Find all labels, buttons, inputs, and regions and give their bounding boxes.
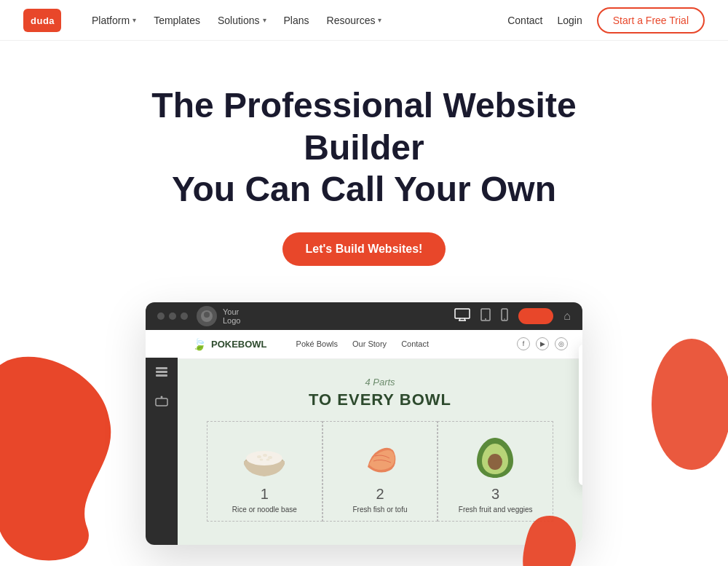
editor-left-sidebar xyxy=(146,358,178,545)
nav-resources[interactable]: Resources ▾ xyxy=(320,9,389,32)
window-maximize-dot xyxy=(181,313,188,320)
hero-heading: The Professional Website Builder You Can… xyxy=(109,84,619,211)
svg-rect-4 xyxy=(455,309,470,318)
window-minimize-dot xyxy=(169,313,176,320)
chevron-down-icon: ▾ xyxy=(378,16,381,24)
nav-templates[interactable]: Templates xyxy=(146,9,207,32)
site-card-1: 1 Rice or noodle base xyxy=(207,421,323,522)
nav-login-link[interactable]: Login xyxy=(557,15,582,26)
svg-point-24 xyxy=(488,454,502,470)
svg-point-3 xyxy=(204,312,210,318)
browser-window-controls xyxy=(157,313,188,320)
svg-point-20 xyxy=(263,454,267,457)
nav-plans[interactable]: Plans xyxy=(277,9,317,32)
decorative-blob-bottom xyxy=(517,508,582,566)
svg-rect-14 xyxy=(156,374,167,377)
home-icon[interactable]: ⌂ xyxy=(563,310,571,323)
layers-icon[interactable] xyxy=(155,366,168,381)
fish-image xyxy=(351,429,409,480)
svg-point-16 xyxy=(161,396,163,398)
site-logo-icon: 🍃 xyxy=(192,337,207,351)
site-navigation: 🍃 POKEBOWL Poké Bowls Our Story Contact … xyxy=(178,330,582,359)
desktop-view-icon[interactable] xyxy=(454,308,470,324)
publish-button[interactable] xyxy=(518,308,553,324)
chevron-down-icon: ▾ xyxy=(132,16,136,24)
site-cards-grid: 1 Rice or noodle base xyxy=(192,421,568,533)
svg-rect-13 xyxy=(156,371,167,373)
card-1-number: 1 xyxy=(215,486,314,503)
site-nav-links: Poké Bowls Our Story Contact xyxy=(296,339,517,348)
site-hero-title: TO EVERY BOWL xyxy=(192,390,568,409)
site-card-2: 2 Fresh fish or tofu xyxy=(323,421,438,522)
rice-bowl-image xyxy=(235,429,293,480)
instagram-icon: ◎ xyxy=(555,337,568,350)
site-card-3: 3 Fresh fruit and veggies xyxy=(438,421,553,522)
chevron-down-icon: ▾ xyxy=(263,16,266,24)
site-logo-circle xyxy=(197,306,217,326)
youtube-icon: ▶ xyxy=(536,337,549,350)
nav-cta-button[interactable]: Start a Free Trial xyxy=(597,7,705,34)
site-logo-area: YourLogo xyxy=(197,306,240,326)
nav-solutions[interactable]: Solutions ▾ xyxy=(210,9,274,32)
card-3-number: 3 xyxy=(446,486,545,503)
nav-links: Platform ▾ Templates Solutions ▾ Plans R… xyxy=(84,9,507,32)
site-logo-text: YourLogo xyxy=(223,307,240,325)
site-brand-name: POKEBOWL xyxy=(211,339,267,350)
site-hero-subtitle: 4 Parts xyxy=(192,377,568,388)
card-1-text: Rice or noodle base xyxy=(215,506,314,514)
tablet-view-icon[interactable] xyxy=(480,308,491,324)
grid-design-panel: Section › Grid Design Layout ▲ Rearrange… xyxy=(579,345,582,485)
card-2-text: Fresh fish or tofu xyxy=(331,506,430,514)
avocado-image xyxy=(467,429,525,480)
mobile-view-icon[interactable] xyxy=(501,308,508,324)
svg-point-18 xyxy=(246,451,282,465)
svg-point-11 xyxy=(505,318,506,320)
decorative-blob-right xyxy=(648,331,728,463)
svg-point-22 xyxy=(259,459,263,461)
site-nav-contact: Contact xyxy=(401,339,429,348)
svg-point-21 xyxy=(268,456,272,459)
svg-rect-12 xyxy=(156,367,167,369)
nav-platform[interactable]: Platform ▾ xyxy=(84,9,143,32)
main-nav: duda Platform ▾ Templates Solutions ▾ Pl… xyxy=(0,0,728,41)
logo[interactable]: duda xyxy=(23,9,61,32)
card-2-number: 2 xyxy=(331,486,430,503)
nav-right: Contact Login Start a Free Trial xyxy=(507,7,705,34)
svg-point-23 xyxy=(266,459,269,461)
site-brand-logo: 🍃 POKEBOWL xyxy=(192,337,267,351)
svg-point-19 xyxy=(257,455,261,458)
duda-logo-mark: duda xyxy=(23,9,61,32)
add-element-icon[interactable] xyxy=(155,396,168,412)
site-nav-poke-bowls: Poké Bowls xyxy=(296,339,338,348)
window-close-dot xyxy=(157,313,165,320)
browser-toolbar: YourLogo xyxy=(146,302,582,330)
decorative-blob-left xyxy=(0,346,131,550)
nav-contact-link[interactable]: Contact xyxy=(507,15,542,26)
svg-text:duda: duda xyxy=(31,15,55,26)
facebook-icon: f xyxy=(517,337,530,350)
device-selector-toolbar: ⌂ xyxy=(454,308,571,324)
site-social-icons: f ▶ ◎ xyxy=(517,337,568,350)
svg-point-1 xyxy=(652,339,728,470)
hero-section: The Professional Website Builder You Can… xyxy=(0,41,728,310)
svg-rect-15 xyxy=(156,398,167,406)
svg-point-9 xyxy=(485,318,486,320)
site-nav-our-story: Our Story xyxy=(352,339,387,348)
hero-cta-button[interactable]: Let's Build Websites! xyxy=(282,232,446,266)
